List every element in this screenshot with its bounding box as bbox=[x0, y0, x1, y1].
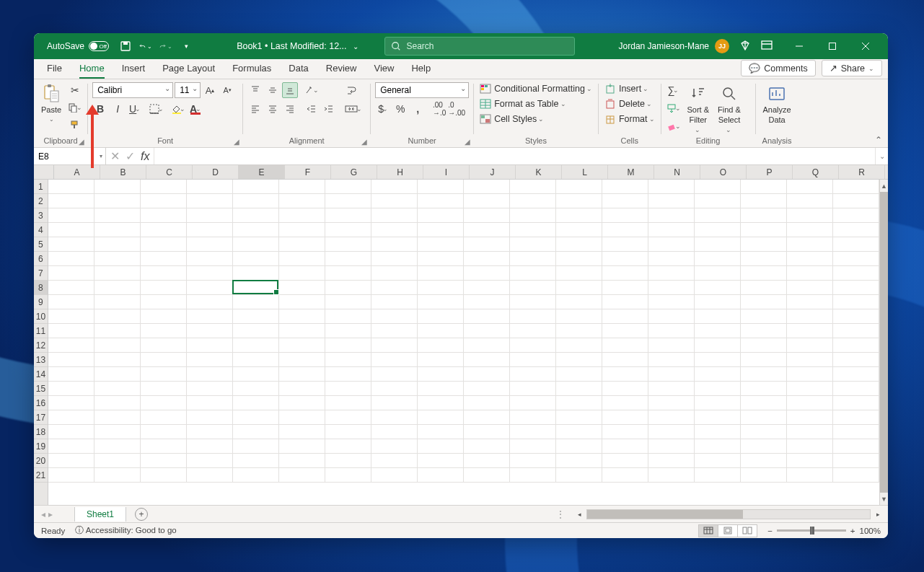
cell[interactable] bbox=[48, 425, 94, 439]
cell[interactable] bbox=[556, 237, 602, 252]
font-size-combo[interactable]: 11 bbox=[175, 82, 201, 98]
align-top-button[interactable] bbox=[247, 82, 263, 98]
column-header[interactable]: F bbox=[285, 165, 331, 179]
cell[interactable] bbox=[602, 309, 648, 324]
cell[interactable] bbox=[279, 425, 325, 439]
cell[interactable] bbox=[279, 252, 325, 266]
cell[interactable] bbox=[556, 468, 602, 483]
cell[interactable] bbox=[187, 396, 233, 410]
cell[interactable] bbox=[279, 180, 325, 194]
cell[interactable] bbox=[187, 338, 233, 353]
cell[interactable] bbox=[325, 281, 371, 295]
wrap-text-button[interactable] bbox=[344, 82, 363, 98]
cell[interactable] bbox=[602, 454, 648, 468]
cell[interactable] bbox=[94, 454, 141, 468]
cell[interactable] bbox=[695, 382, 741, 396]
cell[interactable] bbox=[464, 309, 510, 324]
cell[interactable] bbox=[464, 237, 510, 252]
cell[interactable] bbox=[418, 454, 464, 468]
column-header[interactable]: L bbox=[562, 165, 608, 179]
cell[interactable] bbox=[556, 454, 602, 468]
cell[interactable] bbox=[371, 425, 418, 439]
cell[interactable] bbox=[648, 396, 695, 410]
cell[interactable] bbox=[556, 353, 602, 367]
cell[interactable] bbox=[787, 382, 833, 396]
cell[interactable] bbox=[648, 425, 695, 439]
align-center-button[interactable] bbox=[265, 101, 281, 117]
underline-button[interactable]: U⌄ bbox=[127, 101, 143, 117]
cell[interactable] bbox=[695, 468, 741, 483]
cell[interactable] bbox=[94, 338, 141, 353]
autosave-switch[interactable]: Off bbox=[89, 41, 109, 51]
cell[interactable] bbox=[233, 295, 279, 309]
cell[interactable] bbox=[556, 208, 602, 223]
tab-scroll-split[interactable]: ⋮ bbox=[556, 509, 565, 519]
italic-button[interactable]: I bbox=[110, 101, 126, 117]
tab-review[interactable]: Review bbox=[326, 60, 357, 79]
cell[interactable] bbox=[648, 208, 695, 223]
font-color-button[interactable]: A⌄ bbox=[188, 101, 203, 117]
cell[interactable] bbox=[602, 382, 648, 396]
cell[interactable] bbox=[371, 382, 418, 396]
cell[interactable] bbox=[48, 324, 94, 338]
cell[interactable] bbox=[741, 309, 787, 324]
cell[interactable] bbox=[648, 353, 695, 367]
cell[interactable] bbox=[325, 295, 371, 309]
ribbon-display-icon[interactable] bbox=[761, 40, 773, 53]
row-header[interactable]: 7 bbox=[34, 266, 48, 281]
new-sheet-button[interactable]: + bbox=[135, 508, 148, 521]
bold-button[interactable]: B bbox=[92, 101, 108, 117]
cell[interactable] bbox=[279, 396, 325, 410]
cell[interactable] bbox=[833, 194, 879, 208]
cell[interactable] bbox=[233, 439, 279, 454]
cell[interactable] bbox=[94, 396, 141, 410]
column-header[interactable]: J bbox=[470, 165, 516, 179]
column-header[interactable]: G bbox=[331, 165, 377, 179]
cell[interactable] bbox=[556, 223, 602, 237]
cell[interactable] bbox=[325, 208, 371, 223]
cell[interactable] bbox=[94, 252, 141, 266]
cell[interactable] bbox=[418, 309, 464, 324]
search-box[interactable]: Search bbox=[384, 37, 575, 56]
cell[interactable] bbox=[279, 309, 325, 324]
cell[interactable] bbox=[741, 223, 787, 237]
cell[interactable] bbox=[48, 468, 94, 483]
cell[interactable] bbox=[141, 223, 187, 237]
cell[interactable] bbox=[602, 396, 648, 410]
cell[interactable] bbox=[648, 194, 695, 208]
find-select-button[interactable]: Find &Select⌄ bbox=[715, 82, 744, 136]
cell[interactable] bbox=[648, 338, 695, 353]
cell[interactable] bbox=[602, 410, 648, 425]
number-format-combo[interactable]: General bbox=[375, 82, 469, 98]
cell[interactable] bbox=[648, 252, 695, 266]
cell[interactable] bbox=[787, 309, 833, 324]
cell[interactable] bbox=[325, 439, 371, 454]
cell[interactable] bbox=[833, 454, 879, 468]
clipboard-launcher[interactable]: ◢ bbox=[79, 138, 84, 146]
cell[interactable] bbox=[48, 266, 94, 281]
cell[interactable] bbox=[510, 425, 556, 439]
cell[interactable] bbox=[233, 266, 279, 281]
cell[interactable] bbox=[94, 410, 141, 425]
cell[interactable] bbox=[187, 208, 233, 223]
scroll-up-button[interactable]: ▲ bbox=[880, 180, 888, 192]
row-header[interactable]: 10 bbox=[34, 309, 48, 324]
orientation-button[interactable]: ⌄ bbox=[304, 82, 320, 98]
cell[interactable] bbox=[325, 396, 371, 410]
cell[interactable] bbox=[418, 180, 464, 194]
cell[interactable] bbox=[141, 309, 187, 324]
delete-cells-button[interactable]: Delete⌄ bbox=[603, 97, 654, 110]
cell[interactable] bbox=[833, 338, 879, 353]
cell[interactable] bbox=[141, 410, 187, 425]
cell[interactable] bbox=[787, 367, 833, 382]
cell[interactable] bbox=[695, 410, 741, 425]
cell[interactable] bbox=[741, 237, 787, 252]
cell[interactable] bbox=[695, 425, 741, 439]
cell[interactable] bbox=[648, 468, 695, 483]
cell[interactable] bbox=[94, 468, 141, 483]
cell[interactable] bbox=[187, 266, 233, 281]
cell[interactable] bbox=[233, 324, 279, 338]
row-header[interactable]: 17 bbox=[34, 410, 48, 425]
row-header[interactable]: 21 bbox=[34, 468, 48, 483]
cell[interactable] bbox=[787, 410, 833, 425]
